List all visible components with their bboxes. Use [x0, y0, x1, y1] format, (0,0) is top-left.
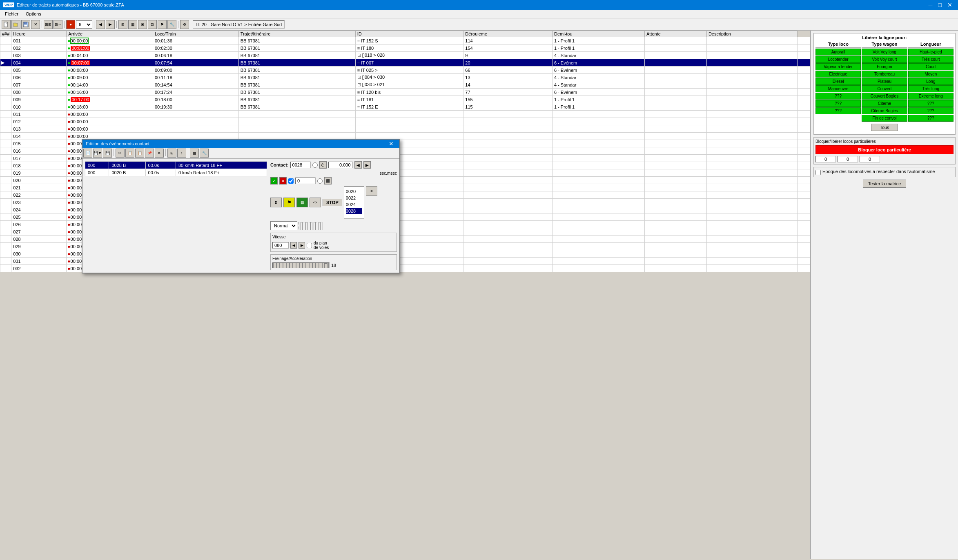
- lon-tres-court[interactable]: Très court: [908, 56, 954, 63]
- cancel-small-btn[interactable]: ✕: [279, 177, 287, 184]
- time-fwd-btn[interactable]: ▶: [363, 161, 371, 169]
- contact-input[interactable]: [290, 162, 311, 168]
- vitesse-back-btn[interactable]: ◀: [290, 242, 297, 249]
- bloquer-input-3[interactable]: [860, 156, 880, 162]
- measure-btn[interactable]: ⬛: [324, 177, 332, 184]
- dialog-cut-btn[interactable]: ✂: [116, 149, 125, 158]
- dialog-sort-btn[interactable]: ↕: [177, 149, 186, 158]
- lon-q2[interactable]: ???: [908, 107, 954, 114]
- dialog-grid-btn[interactable]: ▦: [190, 149, 199, 158]
- loco-q2[interactable]: ???: [815, 100, 861, 107]
- wagon-citerne-bogies[interactable]: Citerne Bogies: [862, 107, 907, 114]
- export-button[interactable]: ▣: [138, 20, 147, 29]
- table-row[interactable]: 005 ●00:08:00 00:09:00 BB 67381 ≡IT 025 …: [0, 67, 810, 74]
- loco-vapeur[interactable]: Vapeur à tender: [815, 63, 861, 70]
- wagon-voit-voy-long[interactable]: Voit Voy long: [862, 49, 907, 56]
- loco-diesel[interactable]: Diesel: [815, 78, 861, 85]
- table-row[interactable]: 009 ●00:17:00 00:18:00 BB 67381 ≡IT 181 …: [0, 96, 810, 103]
- dialog-copy-btn[interactable]: 📋: [125, 149, 134, 158]
- dialog-delete-btn[interactable]: ✕: [155, 149, 164, 158]
- event-row-1[interactable]: 000 0028 B 00.0s 80 km/h Retard 18 F+: [85, 162, 267, 169]
- wagon-couvert-bogies[interactable]: Couvert Bogies: [862, 93, 907, 100]
- dialog-new-btn[interactable]: 📄: [83, 149, 92, 158]
- table-row[interactable]: 010 ●00:18:00 00:19:30 BB 67381 ≡IT 152 …: [0, 103, 810, 111]
- stop-button[interactable]: STOP: [323, 199, 342, 206]
- loco-locotender[interactable]: Locotender: [815, 56, 861, 63]
- table-row[interactable]: 002 ●00:01:00 00:02:30 BB 67381 ≡IT 180 …: [0, 44, 810, 52]
- lon-moyen[interactable]: Moyen: [908, 71, 954, 78]
- number-item-4[interactable]: 0028: [346, 208, 362, 214]
- tool-button[interactable]: 🔧: [167, 20, 176, 29]
- table-row[interactable]: ▶ 004 ●00:07:00 00:07:54 BB 67381 ≡IT 00…: [0, 59, 810, 67]
- wagon-tombereau[interactable]: Tombereau: [862, 71, 907, 78]
- confirm-btn[interactable]: ✓: [270, 177, 278, 184]
- lon-q3[interactable]: ???: [908, 115, 954, 122]
- table-row[interactable]: 001 ●00:00:00 00:01:36 BB 67381 ≡IT 152 …: [0, 37, 810, 44]
- radio-1[interactable]: [312, 162, 318, 168]
- vitesse-check[interactable]: [307, 243, 312, 248]
- dialog-arr-btn[interactable]: ⊞: [167, 149, 176, 158]
- table-row[interactable]: 006 ●00:09:00 00:11:18 BB 67381 ⊡[]084 >…: [0, 74, 810, 81]
- lon-long[interactable]: Long: [908, 78, 954, 85]
- table-row[interactable]: 012 ●00:00:00: [0, 118, 810, 125]
- loco-electrique[interactable]: Electrique: [815, 71, 861, 78]
- dialog-edition[interactable]: Edition des événements contact ✕ 📄 💾▼ 💾 …: [82, 139, 400, 273]
- loco-q1[interactable]: ???: [815, 93, 861, 100]
- wagon-citerne[interactable]: Citerne: [862, 100, 907, 107]
- dialog-tool-btn[interactable]: 🔧: [200, 149, 209, 158]
- timer-button[interactable]: ●: [66, 20, 75, 29]
- lon-court[interactable]: Court: [908, 63, 954, 70]
- freinage-slider[interactable]: [272, 262, 330, 268]
- dialog-save-group[interactable]: 💾▼: [93, 149, 102, 158]
- time-input[interactable]: [328, 162, 353, 168]
- radio-2[interactable]: [317, 178, 323, 184]
- copy-button[interactable]: ⊞⊞: [44, 20, 53, 29]
- action-d-btn[interactable]: D: [270, 198, 282, 207]
- gear-button[interactable]: ⚙: [180, 20, 189, 29]
- table-scroll[interactable]: ### Heure Arrivée Loco/Train Trajet/Itin…: [0, 31, 810, 559]
- check-box[interactable]: [288, 178, 294, 184]
- forward-button[interactable]: ▶: [106, 20, 115, 29]
- dialog-copy2-btn[interactable]: 📋: [135, 149, 144, 158]
- number-item-2[interactable]: 0022: [346, 195, 362, 201]
- table-row[interactable]: 008 ●00:16:00 00:17:24 BB 67381 ≡IT 120 …: [0, 89, 810, 96]
- table-row[interactable]: 011 ●00:00:00: [0, 111, 810, 118]
- paste-button[interactable]: ⊞→: [53, 20, 62, 29]
- number-item-1[interactable]: 0020: [346, 188, 362, 195]
- dialog-close-button[interactable]: ✕: [386, 141, 396, 147]
- speed-combo[interactable]: 6: [76, 20, 92, 29]
- menu-options[interactable]: Options: [22, 11, 45, 17]
- save-button[interactable]: [21, 20, 30, 29]
- wagon-couvert[interactable]: Couvert: [862, 85, 907, 92]
- bloquer-input-1[interactable]: [815, 156, 836, 162]
- dialog-paste-btn[interactable]: 📌: [145, 149, 154, 158]
- undo-button[interactable]: ✕: [31, 20, 40, 29]
- maximize-button[interactable]: □: [936, 2, 944, 8]
- new-button[interactable]: [2, 20, 11, 29]
- lon-tres-long[interactable]: Très long: [908, 85, 954, 92]
- number-item-3[interactable]: 0024: [346, 201, 362, 208]
- lon-haut-le-pied[interactable]: Haut-le-pied: [908, 49, 954, 56]
- epoch-checkbox[interactable]: [815, 170, 821, 175]
- open-button[interactable]: [11, 20, 20, 29]
- dialog-save-btn[interactable]: 💾: [103, 149, 112, 158]
- tous-button[interactable]: Tous: [871, 124, 898, 131]
- check-value-input[interactable]: [295, 178, 316, 184]
- lon-q1[interactable]: ???: [908, 100, 954, 107]
- normal-select[interactable]: Normal: [270, 221, 297, 230]
- wagon-plateau[interactable]: Plateau: [862, 78, 907, 85]
- table-row[interactable]: 003 ●00:04:00 00:06:18 BB 67381 ⊡[]018 >…: [0, 52, 810, 59]
- time-back-btn[interactable]: ◀: [354, 161, 362, 169]
- action-list-btn[interactable]: ≡: [366, 186, 377, 196]
- bloquer-loco-button[interactable]: Bloquer loco particulière: [815, 145, 954, 154]
- menu-fichier[interactable]: Fichier: [2, 11, 22, 17]
- action-flag-btn[interactable]: ⚑: [283, 198, 295, 207]
- grid-button[interactable]: ⊞: [118, 20, 127, 29]
- table-button[interactable]: ▦: [128, 20, 137, 29]
- import-button[interactable]: ⊡: [148, 20, 157, 29]
- event-row-2[interactable]: 000 0020 B 00.0s 0 km/h Retard 18 F+: [85, 169, 267, 176]
- table-row[interactable]: 013 ●00:00:00: [0, 125, 810, 133]
- action-arrow-btn[interactable]: <>: [310, 198, 321, 207]
- lon-extreme-long[interactable]: Extreme long: [908, 93, 954, 100]
- loco-q3[interactable]: ???: [815, 107, 861, 114]
